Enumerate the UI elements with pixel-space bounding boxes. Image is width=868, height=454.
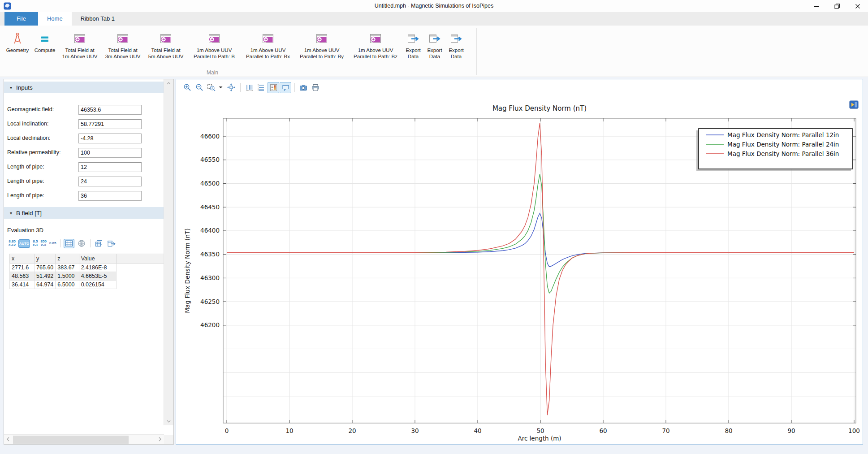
x-axis-log-scale-icon[interactable] <box>243 82 255 93</box>
scroll-left-icon[interactable] <box>4 435 12 443</box>
length-of-pipe-3-label: Length of pipe: <box>7 192 44 199</box>
ribbon-button-label: Total Field at 1m Above UUV <box>62 48 98 60</box>
relative-permeability-label: Relative permeability: <box>7 149 61 156</box>
zoom-in-icon[interactable] <box>181 82 193 93</box>
column-header-z[interactable]: z <box>56 254 79 264</box>
plot-tooltip-toggle-icon[interactable] <box>280 82 291 93</box>
table-cell: 6.5000 <box>56 281 79 289</box>
toolbar-separator <box>240 83 241 92</box>
table-cell: 4.6653E-5 <box>79 272 116 281</box>
zoom-out-icon[interactable] <box>194 82 205 93</box>
copy-table-icon[interactable] <box>94 239 104 248</box>
settings-panel: ▾ Inputs Geomagnetic field:Local inclina… <box>4 79 174 445</box>
svg-text:40: 40 <box>474 427 481 434</box>
bfield-section-header[interactable]: ▾ B field [T] <box>4 207 164 219</box>
input-row: Local declination: <box>4 134 164 143</box>
tab-home[interactable]: Home <box>38 12 72 26</box>
horizontal-scroll-thumb[interactable] <box>13 436 129 444</box>
length-of-pipe-1-label: Length of pipe: <box>7 164 44 170</box>
ribbon-button-parallel-path-b[interactable]: 1m Above UUV Parallel to Path: B <box>188 29 241 60</box>
column-header-x[interactable]: x <box>10 254 35 264</box>
svg-text:46500: 46500 <box>200 180 220 187</box>
precision-auto-button[interactable]: AUTO <box>18 239 30 248</box>
ribbon-button-export-data-3[interactable]: Export Data <box>446 29 466 60</box>
export-data-icon <box>406 32 420 45</box>
input-row: Local inclination: <box>4 119 164 129</box>
inputs-section-header[interactable]: ▾ Inputs <box>4 82 164 93</box>
length-of-pipe-2-input[interactable] <box>78 177 142 186</box>
table-cell: 0.026154 <box>79 281 116 289</box>
local-declination-label: Local declination: <box>7 135 51 141</box>
full-precision-table-icon[interactable] <box>64 239 74 248</box>
evaluation-3d-label: Evaluation 3D <box>7 227 43 233</box>
precision-0-85-button[interactable]: 0.85 <box>49 242 56 246</box>
restore-button[interactable] <box>827 0 847 12</box>
ribbon-button-label: Total Field at 3m Above UUV <box>105 48 141 60</box>
ribbon-button-export-data-2[interactable]: Export Data <box>424 29 445 60</box>
collapse-triangle-icon: ▾ <box>10 85 12 90</box>
plot-window-icon <box>315 32 329 45</box>
ribbon-button-export-data-1[interactable]: Export Data <box>403 29 423 60</box>
zoom-box-icon[interactable] <box>206 82 217 93</box>
svg-text:90: 90 <box>787 427 795 434</box>
y-axis-label: Mag Flux Density Norm (nT) <box>184 228 191 313</box>
ribbon-button-compute[interactable]: Compute <box>32 29 58 54</box>
print-icon[interactable] <box>310 82 321 93</box>
length-of-pipe-1-input[interactable] <box>78 162 142 172</box>
ribbon-button-label: Export Data <box>449 48 463 60</box>
column-header-value[interactable]: Value <box>79 254 116 264</box>
length-of-pipe-3-input[interactable] <box>78 191 142 201</box>
column-header-y[interactable]: y <box>35 254 56 264</box>
table-row[interactable]: 2771.6765.60383.672.4186E-8 <box>10 264 173 272</box>
precision-8-85e-12-button[interactable]: 8.85 e-12 <box>9 240 16 247</box>
table-cell: 48.563 <box>10 272 35 281</box>
legend-entry: Mag Flux Density Norm: Parallel 12in <box>727 131 839 138</box>
minimize-button[interactable] <box>806 0 827 12</box>
table-row[interactable]: 48.56351.4921.50004.6653E-5 <box>10 272 173 281</box>
table-row[interactable]: 36.41464.9746.50000.026154 <box>10 281 173 289</box>
zoom-box-dropdown-icon[interactable] <box>218 82 224 93</box>
plot-canvas[interactable]: 0102030405060708090100462004625046300463… <box>176 79 863 444</box>
compute-icon <box>38 32 52 45</box>
spherical-view-icon[interactable] <box>76 239 87 248</box>
export-table-icon[interactable] <box>106 239 117 248</box>
close-button[interactable] <box>847 0 868 12</box>
x-axis-label: Arc length (m) <box>518 435 561 442</box>
scroll-right-icon[interactable] <box>156 435 164 443</box>
ribbon-button-geometry[interactable]: Geometry <box>4 29 31 54</box>
panel-horizontal-scrollbar[interactable] <box>4 434 164 444</box>
geomagnetic-field-input[interactable] <box>78 105 142 115</box>
zoom-extents-icon[interactable] <box>225 82 237 93</box>
ribbon-button-label: 1m Above UUV Parallel to Path: Bz <box>354 48 397 60</box>
evaluation-table: xyzValue2771.6765.60383.672.4186E-848.56… <box>9 254 173 289</box>
precision-8-5e-1-button[interactable]: 8.5 e-1 <box>33 240 38 247</box>
local-inclination-input[interactable] <box>78 119 142 129</box>
relative-permeability-input[interactable] <box>78 148 142 158</box>
ribbon-button-total-field-1m[interactable]: Total Field at 1m Above UUV <box>59 29 101 60</box>
local-declination-input[interactable] <box>78 134 142 143</box>
ribbon-button-label: 1m Above UUV Parallel to Path: By <box>300 48 344 60</box>
table-cell: 36.414 <box>10 281 35 289</box>
svg-text:30: 30 <box>411 427 419 434</box>
ribbon-tab-strip: FileHomeRibbon Tab 1 <box>0 12 868 26</box>
panel-vertical-scrollbar[interactable] <box>164 79 173 425</box>
ribbon-button-parallel-path-bx[interactable]: 1m Above UUV Parallel to Path: Bx <box>242 29 294 60</box>
ribbon-button-total-field-5m[interactable]: Total Field at 5m Above UUV <box>145 29 187 60</box>
tab-ribbon-tab-1[interactable]: Ribbon Tab 1 <box>72 12 124 26</box>
ribbon-button-parallel-path-by[interactable]: 1m Above UUV Parallel to Path: By <box>295 29 348 60</box>
legend-entry: Mag Flux Density Norm: Parallel 36in <box>727 150 839 157</box>
export-data-icon <box>449 32 463 45</box>
precision-850e-3-button[interactable]: 850 e-3 <box>41 240 47 247</box>
scroll-up-icon[interactable] <box>164 79 173 87</box>
plot-window-icon <box>116 32 130 45</box>
ribbon-button-parallel-path-bz[interactable]: 1m Above UUV Parallel to Path: Bz <box>349 29 402 60</box>
y-axis-log-scale-icon[interactable] <box>255 82 267 93</box>
image-snapshot-icon[interactable] <box>298 82 309 93</box>
tab-file[interactable]: File <box>4 12 38 26</box>
plot-window-icon <box>159 32 173 45</box>
color-legend-toggle-icon[interactable] <box>268 82 279 93</box>
graphics-window: 0102030405060708090100462004625046300463… <box>176 79 863 445</box>
legend-entry: Mag Flux Density Norm: Parallel 24in <box>727 141 839 148</box>
scroll-down-icon[interactable] <box>164 417 173 425</box>
ribbon-button-total-field-3m[interactable]: Total Field at 3m Above UUV <box>102 29 144 60</box>
